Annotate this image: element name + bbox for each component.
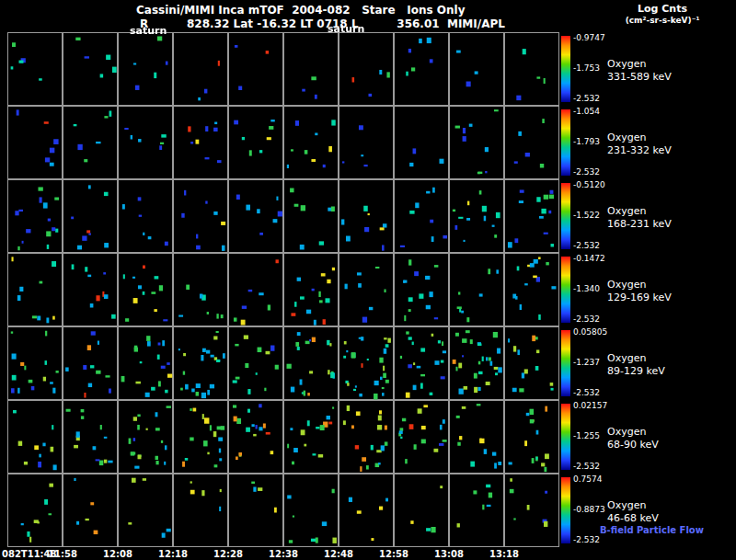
- colorbar: [561, 404, 570, 470]
- species-label: Oxygen: [607, 131, 672, 144]
- colorbar: [561, 477, 570, 543]
- units-label: (cm²-sr-s-keV)⁻¹: [593, 16, 731, 25]
- colorbar-max-label: 0.02157: [573, 401, 607, 410]
- energy-range-label: 129-169 keV: [607, 291, 672, 304]
- colorbar-min-label: -2.532: [573, 241, 600, 250]
- colorbar-min-label: -2.532: [573, 94, 600, 103]
- mimi-inca-display: { "header": { "title": "Cassini/MIMI Inc…: [0, 0, 736, 560]
- spectrogram-panel-grid: [7, 32, 559, 547]
- energy-band-label: Oxygen68-90 keV: [607, 426, 659, 451]
- colorbar-max-label: -0.5120: [573, 180, 605, 189]
- colorbar-mid-label: -1.237: [573, 358, 600, 367]
- species-label: Oxygen: [607, 58, 672, 71]
- colorbar-min-label: -2.532: [573, 314, 600, 324]
- saturn-label: saturn: [328, 23, 364, 35]
- colorbar-min-label: -2.532: [573, 388, 600, 397]
- species-label: Oxygen: [607, 352, 665, 365]
- colorbar: [561, 257, 570, 323]
- colorbar: [561, 109, 570, 176]
- time-tick-label: 12:48: [324, 549, 353, 559]
- time-tick-label: 12:28: [213, 549, 243, 559]
- colorbar-mid-label: -1.793: [573, 137, 600, 146]
- species-label: Oxygen: [607, 426, 659, 439]
- colorbar-max-label: 0.7574: [573, 474, 603, 484]
- colorbar-max-label: -0.1472: [573, 254, 605, 263]
- species-label: Oxygen: [607, 205, 672, 218]
- energy-band-label: Oxygen89-129 keV: [607, 352, 665, 378]
- time-tick-label: 13:08: [434, 549, 464, 559]
- time-tick-label: 12:18: [158, 549, 188, 559]
- colorbar-mid-label: -1.753: [573, 63, 600, 73]
- colorbar-min-label: -2.532: [573, 535, 600, 544]
- energy-band-label: Oxygen231-332 keV: [607, 131, 672, 157]
- colorbar-mid-label: -1.255: [573, 431, 600, 440]
- colorbar-min-label: -2.532: [573, 462, 600, 471]
- saturn-label: saturn: [130, 25, 167, 37]
- colorbar-max-label: -0.9747: [573, 33, 605, 42]
- energy-range-label: 89-129 keV: [607, 365, 665, 378]
- colorbar-mid-label: -1.340: [573, 284, 600, 293]
- energy-band-label: Oxygen168-231 keV: [607, 205, 672, 231]
- plot-subtitle: R 828.32 Lat -16.32 LT 0718 L 356.01 MIM…: [140, 17, 505, 30]
- energy-range-label: 168-231 keV: [607, 218, 672, 231]
- log-cnts-label: Log Cnts: [593, 3, 731, 15]
- energy-band-label: Oxygen46-68 keV: [607, 499, 659, 525]
- species-label: Oxygen: [607, 499, 659, 512]
- energy-range-label: 331-589 keV: [607, 71, 672, 84]
- colorbar: [561, 36, 570, 102]
- time-tick-label: 12:38: [269, 549, 298, 559]
- time-tick-label: 12:58: [379, 549, 408, 559]
- colorbar-min-label: -2.532: [573, 167, 600, 177]
- species-label: Oxygen: [607, 279, 672, 291]
- bfield-particle-flow-label: B-field Particle Flow: [600, 525, 704, 535]
- energy-band-label: Oxygen129-169 keV: [607, 279, 672, 304]
- colorbar-mid-label: -0.8873: [573, 505, 605, 514]
- energy-band-label: Oxygen331-589 keV: [607, 58, 672, 84]
- time-tick-label: 11:58: [48, 549, 77, 559]
- colorbar: [561, 330, 570, 396]
- time-tick-label: 13:18: [489, 549, 519, 559]
- time-tick-label: 12:08: [103, 549, 132, 559]
- colorbar-mid-label: -1.522: [573, 211, 600, 220]
- energy-range-label: 68-90 keV: [607, 439, 659, 451]
- colorbar-max-label: 0.05805: [573, 327, 607, 337]
- colorbar-units-block: Log Cnts (cm²-sr-s-keV)⁻¹: [593, 3, 731, 25]
- colorbar: [561, 183, 570, 249]
- energy-range-label: 46-68 keV: [607, 512, 659, 525]
- plot-title: Cassini/MIMI Inca mTOF 2004-082 Stare Io…: [136, 4, 465, 17]
- energy-range-label: 231-332 keV: [607, 144, 672, 157]
- colorbar-max-label: -1.054: [573, 107, 600, 116]
